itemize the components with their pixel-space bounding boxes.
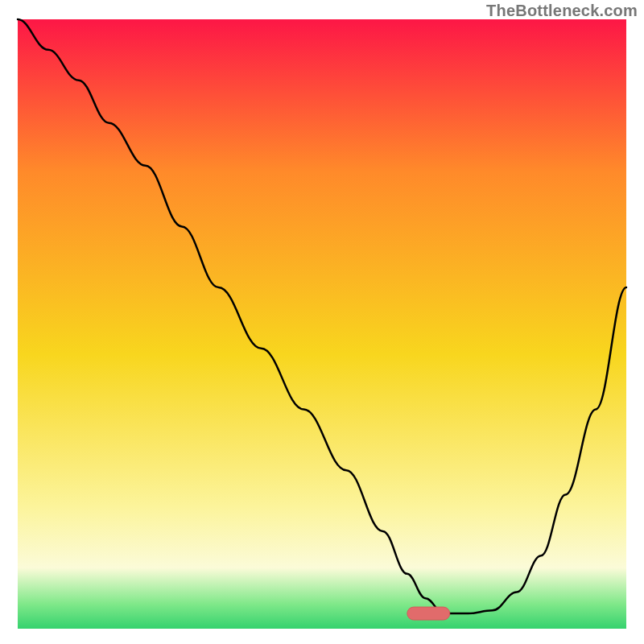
chart-svg	[0, 0, 644, 644]
plot-background	[18, 19, 626, 629]
chart-root: TheBottleneck.com	[0, 0, 644, 644]
optimal-range-thumb[interactable]	[407, 607, 450, 620]
watermark-text: TheBottleneck.com	[486, 2, 638, 20]
